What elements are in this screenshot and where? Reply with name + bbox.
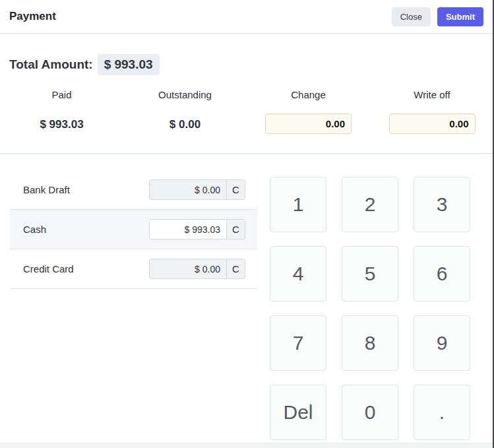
- page-title: Payment: [9, 10, 56, 23]
- numpad-key-0[interactable]: 0: [342, 385, 398, 440]
- close-button[interactable]: Close: [392, 7, 431, 26]
- amount-input-group: C: [149, 259, 245, 279]
- numpad-key-3[interactable]: 3: [414, 177, 470, 232]
- write-off-label: Write off: [370, 89, 494, 100]
- change-column: Change: [247, 89, 370, 134]
- total-amount-value: $ 993.03: [98, 54, 160, 75]
- paid-column: Paid $ 993.03: [0, 89, 123, 134]
- numpad-key-6[interactable]: 6: [414, 246, 470, 302]
- bank-draft-amount-input[interactable]: [150, 180, 226, 199]
- change-input[interactable]: [265, 113, 352, 134]
- write-off-column: Write off: [370, 89, 494, 134]
- payment-method-row-cash[interactable]: Cash C: [10, 210, 257, 249]
- total-amount-label: Total Amount:: [9, 57, 93, 72]
- numpad-key-5[interactable]: 5: [342, 246, 398, 302]
- numpad-key-4[interactable]: 4: [270, 246, 326, 302]
- paid-label: Paid: [0, 89, 123, 100]
- outstanding-label: Outstanding: [123, 89, 247, 100]
- payment-method-row-credit-card[interactable]: Credit Card C: [10, 249, 257, 289]
- payment-method-label: Cash: [23, 224, 46, 235]
- payment-method-label: Credit Card: [23, 263, 74, 274]
- dialog-header: Payment Close Submit: [0, 0, 494, 34]
- amount-input-group: C: [149, 179, 245, 200]
- numpad-panel: 1 2 3 4 5 6 7 8 9 Del 0 .: [257, 154, 494, 440]
- paid-value: $ 993.03: [0, 118, 123, 131]
- change-label: Change: [247, 89, 370, 100]
- write-off-input[interactable]: [389, 113, 476, 134]
- cash-clear-button[interactable]: C: [226, 220, 245, 239]
- numpad: 1 2 3 4 5 6 7 8 9 Del 0 .: [270, 177, 494, 440]
- amount-input-group: C: [149, 219, 245, 240]
- credit-card-clear-button[interactable]: C: [226, 259, 245, 278]
- payment-summary: Paid $ 993.03 Outstanding $ 0.00 Change …: [0, 89, 494, 154]
- cash-amount-input[interactable]: [150, 220, 226, 239]
- bottom-scroll-track: [0, 443, 494, 448]
- outstanding-column: Outstanding $ 0.00: [123, 89, 247, 134]
- payment-method-label: Bank Draft: [23, 184, 70, 195]
- numpad-key-9[interactable]: 9: [414, 315, 470, 371]
- numpad-key-del[interactable]: Del: [270, 385, 326, 440]
- header-actions: Close Submit: [392, 7, 483, 26]
- numpad-key-1[interactable]: 1: [270, 177, 326, 232]
- payment-method-row-bank-draft[interactable]: Bank Draft C: [10, 170, 257, 210]
- credit-card-amount-input[interactable]: [150, 259, 226, 278]
- submit-button[interactable]: Submit: [437, 7, 483, 26]
- numpad-key-7[interactable]: 7: [270, 315, 326, 371]
- numpad-key-dot[interactable]: .: [414, 385, 470, 440]
- main-area: Bank Draft C Cash C Credit Card C 1 2: [0, 154, 494, 440]
- payment-methods-list: Bank Draft C Cash C Credit Card C: [0, 154, 257, 440]
- outstanding-value: $ 0.00: [123, 118, 247, 131]
- total-amount-row: Total Amount: $ 993.03: [9, 54, 494, 75]
- numpad-key-8[interactable]: 8: [342, 315, 398, 371]
- bank-draft-clear-button[interactable]: C: [226, 180, 245, 199]
- numpad-key-2[interactable]: 2: [342, 177, 398, 232]
